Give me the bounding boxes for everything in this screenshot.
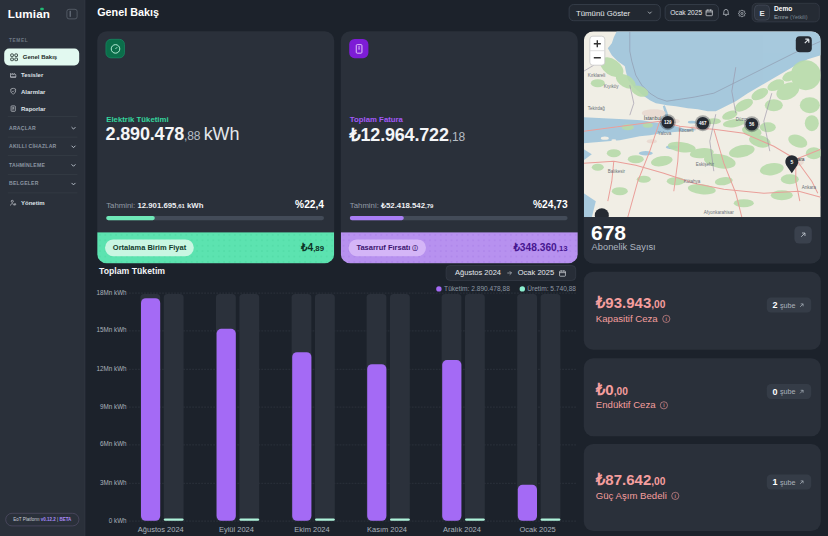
svg-text:5: 5 [790,159,793,165]
svg-text:Kütahya: Kütahya [684,179,701,184]
svg-text:Ankara: Ankara [802,185,817,190]
svg-text:Kırklareli: Kırklareli [588,73,606,78]
svg-text:Yalova: Yalova [658,131,672,136]
svg-text:Kıyıköy: Kıyıköy [604,84,620,89]
svg-text:Tekirdağ: Tekirdağ [588,106,606,111]
svg-text:Eskişehir: Eskişehir [696,162,715,167]
svg-text:İstanbul: İstanbul [644,115,662,121]
svg-text:Balıkesir: Balıkesir [608,169,626,174]
svg-text:Afyonkarahisar: Afyonkarahisar [704,210,735,215]
svg-text:Kocaeli: Kocaeli [679,128,694,133]
svg-text:129: 129 [664,120,672,125]
svg-text:56: 56 [749,122,755,127]
svg-text:467: 467 [699,121,707,126]
